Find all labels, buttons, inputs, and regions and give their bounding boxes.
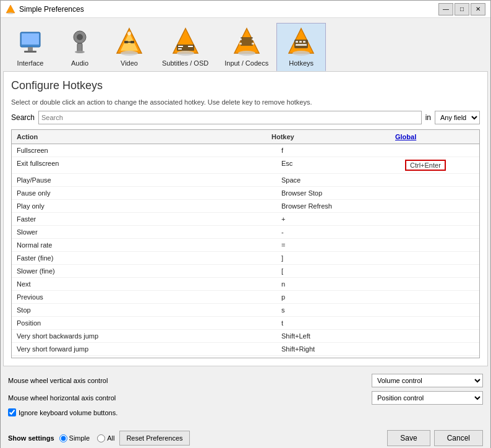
- header-global[interactable]: Global: [393, 132, 467, 142]
- save-button[interactable]: Save: [387, 430, 430, 446]
- cancel-button[interactable]: Cancel: [434, 430, 483, 446]
- tab-hotkeys-label: Hotkeys: [289, 59, 314, 67]
- table-row[interactable]: Normal rate =: [12, 239, 479, 252]
- cell-action: Slower (fine): [14, 266, 279, 276]
- cell-action: Very short backwards jump: [14, 331, 279, 341]
- close-button[interactable]: ✕: [471, 3, 485, 15]
- tab-subtitles[interactable]: Subtitles / OSD: [154, 23, 216, 71]
- radio-all-input[interactable]: [97, 434, 105, 442]
- svg-rect-20: [178, 46, 183, 47]
- cell-hotkey: -: [279, 227, 403, 237]
- cell-hotkey: =: [279, 240, 403, 250]
- cell-hotkey: Space: [279, 175, 403, 185]
- cell-hotkey: p: [279, 292, 403, 302]
- search-row: Search in Any field Action Hotkey: [11, 111, 480, 124]
- main-window: Simple Preferences — □ ✕ Interface: [0, 0, 491, 448]
- mouse-vertical-row: Mouse wheel vertical axis control Volume…: [8, 374, 483, 387]
- cell-action: Normal rate: [14, 240, 279, 250]
- input-icon: [232, 27, 262, 57]
- table-row[interactable]: Slower (fine) [: [12, 265, 479, 278]
- minimize-button[interactable]: —: [438, 3, 453, 15]
- cell-global: [403, 318, 477, 328]
- table-row[interactable]: Next n: [12, 278, 479, 291]
- window-title: Simple Preferences: [19, 5, 84, 14]
- search-in-label: in: [425, 113, 431, 122]
- table-row[interactable]: Short backwards jump Alt+Left: [12, 356, 479, 358]
- tab-video-label: Video: [121, 59, 138, 67]
- table-row[interactable]: Exit fullscreen Esc Ctrl+Enter: [12, 157, 479, 174]
- table-body: Fullscreen f Exit fullscreen Esc Ctrl+En…: [12, 144, 479, 358]
- table-row[interactable]: Slower -: [12, 226, 479, 239]
- svg-rect-14: [124, 41, 128, 43]
- cell-global: [403, 227, 477, 237]
- mouse-vertical-select[interactable]: Volume control Position control: [372, 374, 483, 387]
- cell-action: Play only: [14, 201, 279, 211]
- tab-interface[interactable]: Interface: [6, 23, 55, 71]
- tab-audio[interactable]: Audio: [55, 23, 105, 71]
- mouse-horizontal-label: Mouse wheel horizontal axis control: [8, 394, 116, 402]
- cell-global: [403, 201, 477, 211]
- svg-point-13: [127, 32, 131, 35]
- tab-video[interactable]: Video: [105, 23, 154, 71]
- title-bar: Simple Preferences — □ ✕: [1, 1, 490, 18]
- svg-rect-3: [22, 33, 39, 45]
- cell-hotkey: n: [279, 279, 403, 289]
- radio-simple-label: Simple: [69, 434, 90, 442]
- svg-rect-21: [178, 48, 182, 50]
- table-row[interactable]: Position t: [12, 317, 479, 330]
- svg-rect-29: [252, 43, 254, 45]
- radio-all[interactable]: All: [97, 434, 114, 442]
- search-input[interactable]: [38, 111, 422, 124]
- title-bar-left: Simple Preferences: [6, 4, 84, 14]
- cell-action: Faster: [14, 214, 279, 224]
- show-settings-section: Show settings Simple All Reset Preferenc…: [8, 431, 190, 446]
- table-row[interactable]: Play only Browser Refresh: [12, 200, 479, 213]
- title-bar-controls: — □ ✕: [438, 3, 485, 15]
- cell-hotkey: Shift+Right: [279, 344, 403, 354]
- mouse-horizontal-select[interactable]: Position control Volume control: [372, 391, 483, 405]
- reset-preferences-button[interactable]: Reset Preferences: [119, 431, 189, 446]
- radio-simple-input[interactable]: [59, 434, 67, 442]
- cell-action: Fullscreen: [14, 145, 279, 155]
- table-row[interactable]: Faster +: [12, 213, 479, 226]
- mouse-horizontal-row: Mouse wheel horizontal axis control Posi…: [8, 391, 483, 405]
- search-field-select[interactable]: Any field Action Hotkey: [435, 111, 480, 124]
- svg-rect-25: [241, 37, 253, 46]
- svg-rect-26: [239, 38, 242, 40]
- radio-simple[interactable]: Simple: [59, 434, 90, 442]
- cell-global: [403, 266, 477, 276]
- cell-action: Pause only: [14, 188, 279, 198]
- cell-hotkey: Browser Stop: [279, 188, 403, 198]
- table-row[interactable]: Pause only Browser Stop: [12, 187, 479, 200]
- audio-icon: [65, 27, 95, 57]
- cell-action: Exit fullscreen: [14, 158, 279, 172]
- tab-input[interactable]: Input / Codecs: [216, 23, 276, 71]
- svg-point-18: [177, 51, 194, 56]
- table-row[interactable]: Very short forward jump Shift+Right: [12, 343, 479, 356]
- cell-global: [403, 145, 477, 155]
- cell-global: [403, 305, 477, 315]
- show-settings-label: Show settings: [8, 434, 54, 442]
- cell-hotkey: Alt+Left: [279, 357, 403, 358]
- table-row[interactable]: Fullscreen f: [12, 144, 479, 157]
- ignore-keyboard-checkbox[interactable]: [8, 408, 16, 416]
- table-row[interactable]: Stop s: [12, 304, 479, 317]
- cell-hotkey: Shift+Left: [279, 331, 403, 341]
- table-header: Action Hotkey Global: [12, 130, 479, 144]
- maximize-button[interactable]: □: [455, 3, 469, 15]
- table-row[interactable]: Previous p: [12, 291, 479, 304]
- hotkey-badge: Ctrl+Enter: [405, 160, 446, 171]
- cell-action: Short backwards jump: [14, 357, 279, 358]
- svg-rect-22: [188, 46, 193, 47]
- ignore-keyboard-label: Ignore keyboard volume buttons.: [19, 409, 117, 416]
- header-hotkey: Hotkey: [269, 132, 393, 142]
- search-label: Search: [11, 113, 35, 122]
- video-icon: [114, 27, 144, 57]
- table-row[interactable]: Faster (fine) ]: [12, 252, 479, 265]
- page-description: Select or double click an action to chan…: [11, 98, 480, 106]
- table-row[interactable]: Play/Pause Space: [12, 174, 479, 187]
- table-row[interactable]: Very short backwards jump Shift+Left: [12, 330, 479, 343]
- tab-hotkeys[interactable]: Hotkeys: [276, 23, 326, 71]
- svg-rect-4: [28, 47, 33, 51]
- tab-interface-label: Interface: [17, 59, 44, 67]
